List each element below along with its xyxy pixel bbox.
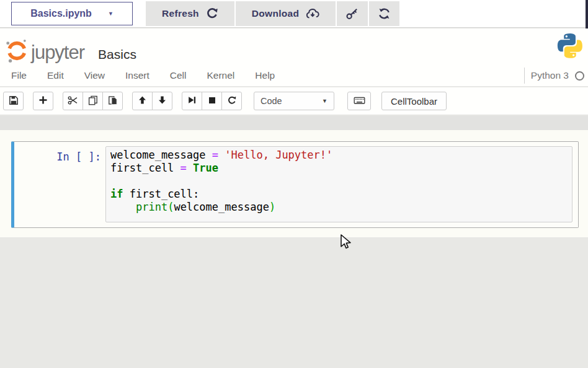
download-button[interactable]: Download [236, 1, 336, 26]
celltoolbar-button[interactable]: CellToolbar [381, 92, 447, 110]
code-line: welcome_message = 'Hello, Jupyter!' [110, 149, 568, 162]
download-button-label: Download [252, 8, 299, 19]
jupyter-logo-icon [5, 38, 29, 66]
stop-icon [208, 96, 216, 107]
save-button[interactable] [3, 92, 24, 110]
move-cell-down-button[interactable] [152, 92, 172, 110]
menu-items: FileEditViewInsertCellKernelHelp [11, 70, 275, 81]
code-line: if first_cell: [110, 188, 568, 201]
notebook-toolbar: Code ▼ CellToolbar [0, 87, 588, 115]
mouse-cursor [339, 234, 352, 253]
kernel-idle-circle-icon [575, 71, 584, 81]
player-topbar: Basics.ipynb ▼ Refresh Download [0, 0, 588, 28]
divider [524, 68, 525, 84]
code-lines: welcome_message = 'Hello, Jupyter!'first… [110, 149, 568, 214]
edit-button-group [63, 92, 123, 110]
menu-item-kernel[interactable]: Kernel [207, 70, 235, 81]
key-button[interactable] [337, 1, 368, 26]
sync-icon [378, 7, 391, 20]
kernel-indicator-area: Python 3 [524, 64, 584, 87]
window-edge [586, 0, 588, 28]
key-icon [345, 7, 359, 20]
add-cell-button[interactable] [33, 92, 53, 110]
refresh-button[interactable]: Refresh [146, 1, 234, 26]
restart-kernel-button[interactable] [221, 92, 242, 110]
move-cell-up-button[interactable] [132, 92, 153, 110]
kernel-name: Python 3 [531, 70, 569, 81]
code-line: first_cell = True [110, 162, 568, 175]
notebook-select-label: Basics.ipynb [30, 8, 92, 19]
cloud-download-icon [306, 7, 319, 20]
run-cell-button[interactable] [182, 92, 202, 110]
add-cell-icon [38, 95, 48, 107]
chevron-down-icon: ▼ [322, 98, 327, 104]
notebook-container[interactable]: In [ ]: welcome_message = 'Hello, Jupyte… [0, 130, 588, 237]
cell-type-select[interactable]: Code ▼ [254, 92, 334, 110]
interrupt-kernel-button[interactable] [202, 92, 222, 110]
python-logo-icon [556, 32, 584, 63]
chevron-down-icon: ▼ [108, 11, 114, 17]
move-button-group [132, 92, 172, 110]
cell-prompt: In [ ]: [14, 151, 101, 163]
jupyter-logo-text: jupyter [31, 42, 84, 64]
move-down-icon [158, 95, 167, 107]
code-cell[interactable]: In [ ]: welcome_message = 'Hello, Jupyte… [11, 141, 579, 228]
move-up-icon [138, 95, 147, 107]
copy-icon [88, 95, 98, 107]
notebook-header: jupyter Basics [0, 28, 588, 64]
menu-item-cell[interactable]: Cell [170, 70, 187, 81]
header-shadow-band [0, 116, 588, 130]
menu-item-help[interactable]: Help [255, 70, 275, 81]
jupyter-brand[interactable]: jupyter Basics [5, 33, 136, 64]
notebook-select[interactable]: Basics.ipynb ▼ [11, 2, 133, 25]
code-line [110, 175, 568, 188]
cut-cell-button[interactable] [63, 92, 83, 110]
cell-type-value: Code [261, 96, 282, 106]
sync-button[interactable] [369, 1, 399, 26]
cut-icon [68, 95, 78, 107]
refresh-button-label: Refresh [162, 8, 199, 19]
save-icon [9, 95, 19, 107]
menu-item-edit[interactable]: Edit [47, 70, 64, 81]
run-icon [187, 95, 197, 107]
menu-item-view[interactable]: View [84, 70, 105, 81]
code-line: print(welcome_message) [110, 201, 568, 214]
keyboard-icon [354, 95, 365, 107]
restart-icon [227, 95, 237, 107]
refresh-icon [206, 7, 218, 20]
notebook-title[interactable]: Basics [98, 47, 136, 62]
topbar-actions: Refresh Download [146, 1, 399, 26]
run-button-group [182, 92, 242, 110]
paste-cell-button[interactable] [102, 92, 123, 110]
copy-cell-button[interactable] [82, 92, 103, 110]
command-palette-button[interactable] [347, 92, 371, 110]
paste-icon [108, 95, 118, 107]
code-editor[interactable]: welcome_message = 'Hello, Jupyter!'first… [105, 146, 572, 222]
menu-item-file[interactable]: File [11, 70, 27, 81]
menu-bar: FileEditViewInsertCellKernelHelp Python … [0, 64, 588, 87]
menu-item-insert[interactable]: Insert [125, 70, 149, 81]
